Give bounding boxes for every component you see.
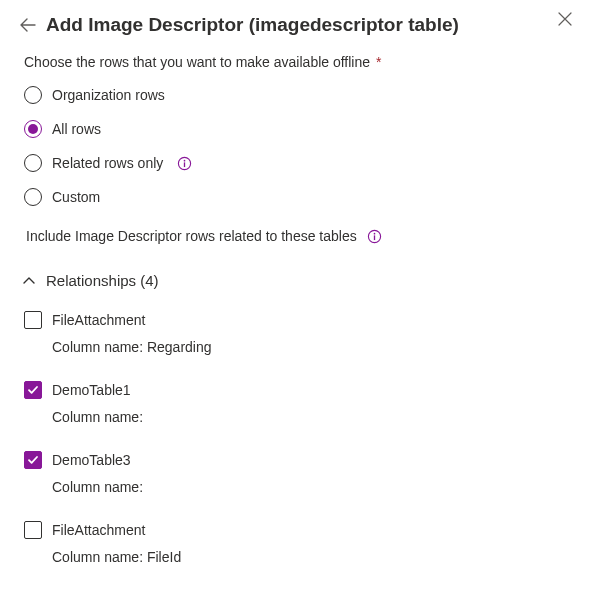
- radio-label: Related rows only: [52, 155, 163, 171]
- relationship-row[interactable]: DemoTable1: [24, 381, 572, 399]
- column-name-label: Column name:: [52, 479, 572, 495]
- column-name-label: Column name:: [52, 409, 572, 425]
- radio-label: Custom: [52, 189, 100, 205]
- radio-all-rows[interactable]: All rows: [24, 120, 572, 138]
- relationship-row[interactable]: DemoTable3: [24, 451, 572, 469]
- relationship-name: FileAttachment: [52, 312, 145, 328]
- radio-circle: [24, 154, 42, 172]
- checkbox[interactable]: [24, 311, 42, 329]
- related-tables-label: Include Image Descriptor rows related to…: [26, 228, 572, 244]
- radio-label: All rows: [52, 121, 101, 137]
- relationships-header[interactable]: Relationships (4): [22, 272, 572, 289]
- column-name-label: Column name: Regarding: [52, 339, 572, 355]
- svg-point-1: [184, 159, 186, 161]
- relationships-list: FileAttachmentColumn name: RegardingDemo…: [24, 311, 572, 565]
- relationship-item: DemoTable1Column name:: [24, 381, 572, 425]
- radio-circle: [24, 188, 42, 206]
- relationship-row[interactable]: FileAttachment: [24, 311, 572, 329]
- info-icon[interactable]: [177, 156, 192, 171]
- radio-circle: [24, 86, 42, 104]
- checkbox[interactable]: [24, 521, 42, 539]
- relationship-name: FileAttachment: [52, 522, 145, 538]
- prompt-text: Choose the rows that you want to make av…: [24, 54, 370, 70]
- checkbox[interactable]: [24, 381, 42, 399]
- relationship-name: DemoTable1: [52, 382, 131, 398]
- radio-group: Organization rowsAll rowsRelated rows on…: [24, 86, 572, 206]
- radio-organization-rows[interactable]: Organization rows: [24, 86, 572, 104]
- required-asterisk: *: [376, 54, 381, 70]
- chevron-up-icon: [22, 274, 36, 288]
- radio-custom[interactable]: Custom: [24, 188, 572, 206]
- radio-circle: [24, 120, 42, 138]
- relationship-name: DemoTable3: [52, 452, 131, 468]
- close-icon[interactable]: [558, 12, 572, 29]
- checkbox[interactable]: [24, 451, 42, 469]
- column-name-label: Column name: FileId: [52, 549, 572, 565]
- svg-point-4: [373, 232, 375, 234]
- relationship-row[interactable]: FileAttachment: [24, 521, 572, 539]
- relationships-title: Relationships (4): [46, 272, 159, 289]
- page-title: Add Image Descriptor (imagedescriptor ta…: [46, 14, 459, 36]
- svg-rect-5: [374, 235, 375, 240]
- info-icon[interactable]: [367, 229, 382, 244]
- relationship-item: DemoTable3Column name:: [24, 451, 572, 495]
- svg-rect-2: [184, 162, 185, 167]
- radio-related-rows-only[interactable]: Related rows only: [24, 154, 572, 172]
- radio-label: Organization rows: [52, 87, 165, 103]
- relationship-item: FileAttachmentColumn name: Regarding: [24, 311, 572, 355]
- related-tables-text: Include Image Descriptor rows related to…: [26, 228, 357, 244]
- back-arrow-icon[interactable]: [20, 17, 36, 33]
- relationship-item: FileAttachmentColumn name: FileId: [24, 521, 572, 565]
- section-prompt: Choose the rows that you want to make av…: [24, 54, 572, 70]
